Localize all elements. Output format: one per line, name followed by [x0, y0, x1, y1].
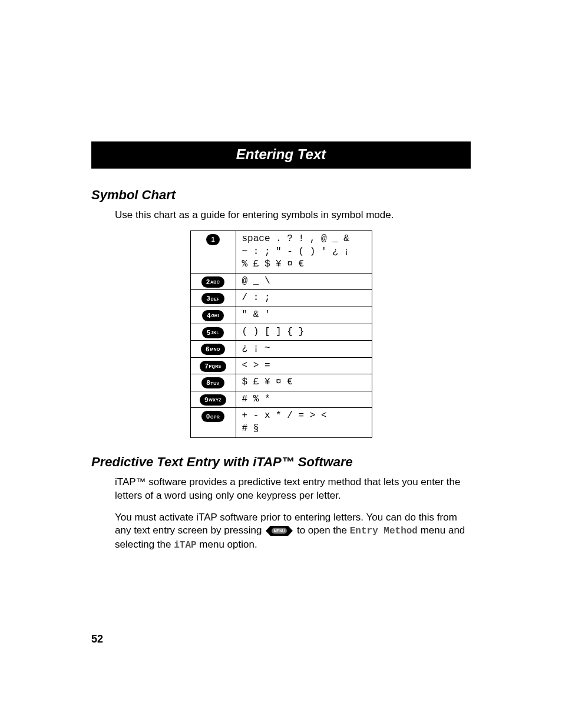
phone-key-number: 4	[207, 312, 210, 319]
predictive-p2-fragment-d: menu option.	[199, 539, 257, 550]
symbols-cell: ¿ ¡ ~	[236, 341, 372, 358]
section-heading-bar: Entering Text	[91, 141, 471, 169]
symbols-text: @ _ \	[242, 275, 366, 288]
symbols-text: # % *	[242, 393, 366, 406]
phone-key-letters: TUV	[211, 381, 220, 386]
table-row: 5JKL( ) [ ] { }	[190, 324, 372, 341]
predictive-paragraph-2: You must activate iTAP software prior to…	[115, 511, 471, 552]
key-cell: 4GHI	[190, 307, 236, 324]
phone-key-number: 7	[204, 363, 208, 370]
phone-key-icon: 3DEF	[201, 293, 224, 304]
symbols-cell: " & '	[236, 307, 372, 324]
phone-key-number: 6	[206, 345, 209, 353]
menu-key-label: MENU	[274, 529, 285, 533]
symbols-cell: @ _ \	[236, 273, 372, 290]
symbols-cell: space . ? ! , @ _ & ~ : ; " - ( ) ' ¿ ¡ …	[236, 230, 372, 273]
symbols-text: ¿ ¡ ~	[242, 342, 366, 355]
symbol-chart-intro: Use this chart as a guide for entering s…	[115, 209, 471, 222]
phone-key-number: 8	[206, 380, 210, 387]
key-cell: 9WXYZ	[190, 391, 236, 408]
heading-symbol-chart: Symbol Chart	[91, 187, 471, 203]
table-row: 2ABC@ _ \	[190, 273, 372, 290]
symbols-text: < > =	[242, 360, 366, 373]
phone-key-number: 3	[206, 295, 210, 302]
symbol-chart-table: 1space . ? ! , @ _ & ~ : ; " - ( ) ' ¿ ¡…	[190, 230, 372, 438]
section-heading-text: Entering Text	[236, 146, 326, 162]
phone-key-letters: OPR	[210, 415, 220, 419]
phone-key-letters: ABC	[210, 280, 220, 284]
key-cell: 7PQRS	[190, 357, 236, 374]
symbols-cell: < > =	[236, 357, 372, 374]
symbols-text: " & '	[242, 309, 366, 322]
key-cell: 3DEF	[190, 290, 236, 307]
table-row: 9WXYZ# % *	[190, 391, 372, 408]
table-row: 7PQRS< > =	[190, 357, 372, 374]
symbols-text: / : ;	[242, 292, 366, 305]
key-cell: 8TUV	[190, 374, 236, 391]
phone-key-number: 5	[207, 329, 210, 336]
phone-key-letters: WXYZ	[209, 398, 221, 402]
phone-key-number: 1	[211, 236, 214, 243]
symbols-text: + - x * / = > < # §	[242, 410, 366, 435]
table-row: 1space . ? ! , @ _ & ~ : ; " - ( ) ' ¿ ¡…	[190, 230, 372, 273]
phone-key-icon: 5JKL	[202, 327, 224, 338]
phone-key-icon: 2ABC	[201, 276, 224, 288]
phone-key-icon: 0OPR	[201, 411, 224, 422]
table-row: 3DEF/ : ;	[190, 290, 372, 307]
table-row: 4GHI" & '	[190, 307, 372, 324]
key-cell: 2ABC	[190, 273, 236, 290]
predictive-paragraph-1: iTAP™ software provides a predictive tex…	[115, 476, 471, 503]
page-number: 52	[91, 633, 103, 645]
key-cell: 5JKL	[190, 324, 236, 341]
phone-key-number: 2	[206, 278, 210, 285]
key-cell: 6MNO	[190, 341, 236, 358]
key-cell: 1	[190, 230, 236, 273]
symbol-chart-wrapper: 1space . ? ! , @ _ & ~ : ; " - ( ) ' ¿ ¡…	[91, 230, 471, 438]
symbols-cell: / : ;	[236, 290, 372, 307]
table-row: 8TUV$ £ ¥ ¤ €	[190, 374, 372, 391]
symbols-cell: $ £ ¥ ¤ €	[236, 374, 372, 391]
symbols-text: $ £ ¥ ¤ €	[242, 376, 366, 389]
table-row: 0OPR+ - x * / = > < # §	[190, 408, 372, 437]
key-cell: 0OPR	[190, 408, 236, 437]
symbols-text: space . ? ! , @ _ & ~ : ; " - ( ) ' ¿ ¡ …	[242, 233, 366, 271]
table-row: 6MNO¿ ¡ ~	[190, 341, 372, 358]
symbols-cell: + - x * / = > < # §	[236, 408, 372, 437]
phone-key-number: 9	[204, 396, 208, 403]
phone-key-letters: JKL	[211, 331, 219, 335]
ui-text-entry-method: Entry Method	[350, 526, 418, 536]
ui-text-itap: iTAP	[174, 540, 196, 551]
predictive-p2-fragment-b: to open the	[297, 525, 350, 536]
phone-key-icon: 8TUV	[201, 377, 224, 388]
phone-key-letters: MNO	[210, 347, 220, 351]
menu-key-icon: MENU	[266, 526, 293, 536]
phone-key-letters: PQRS	[209, 364, 222, 368]
phone-key-icon: 9WXYZ	[200, 394, 226, 406]
phone-key-icon: 7PQRS	[200, 361, 226, 372]
symbols-cell: # % *	[236, 391, 372, 408]
heading-predictive-text: Predictive Text Entry with iTAP™ Softwar…	[91, 454, 471, 470]
phone-key-icon: 6MNO	[201, 344, 224, 355]
symbols-text: ( ) [ ] { }	[242, 326, 366, 339]
phone-key-letters: GHI	[211, 314, 219, 318]
symbols-cell: ( ) [ ] { }	[236, 324, 372, 341]
phone-key-icon: 4GHI	[202, 310, 223, 321]
phone-key-number: 0	[206, 413, 210, 420]
phone-key-icon: 1	[206, 234, 219, 245]
phone-key-letters: DEF	[211, 297, 220, 301]
